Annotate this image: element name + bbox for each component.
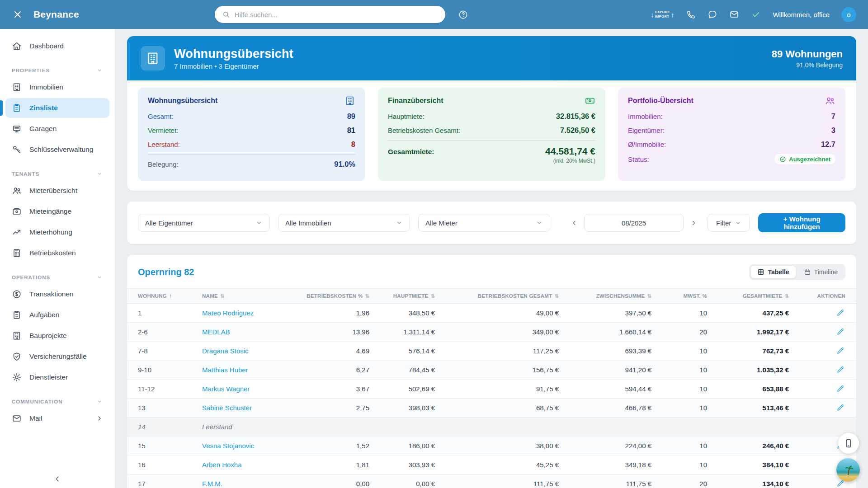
sidebar-item-label: Immobilien (29, 83, 63, 91)
stat-value: 32.815,36 € (556, 112, 595, 121)
beach-widget-button[interactable] (836, 458, 860, 482)
column-header-wohnung[interactable]: WOHNUNG↑ (138, 293, 202, 299)
column-header-betriebskosten-gesamt[interactable]: BETRIEBSKOSTEN GESAMT⇅ (435, 293, 559, 299)
sidebar-item-mieterhohung[interactable]: Mieterhöhung (5, 222, 109, 242)
cell-betriebskosten-prozent: 13,96 (302, 328, 369, 336)
column-header-gesamtmiete[interactable]: GESAMTMIETE⇅ (707, 293, 789, 299)
page-subtitle: 7 Immobilien • 3 Eigentümer (174, 62, 293, 70)
status-value: Ausgezeichnet (789, 156, 830, 163)
sidebar-collapse-icon[interactable] (0, 474, 115, 483)
total-value: 44.581,74 € (545, 146, 595, 156)
tenant-filter-select[interactable]: Alle Mieter (418, 214, 550, 232)
column-header-zwischensumme[interactable]: ZWISCHENSUMME⇅ (559, 293, 651, 299)
sidebar-item-immobilien[interactable]: Immobilien (5, 77, 109, 97)
column-label: NAME (202, 293, 218, 299)
tenant-name-link[interactable]: Matthias Huber (202, 366, 248, 374)
avatar[interactable]: o (841, 7, 856, 22)
shield-check-icon (12, 352, 22, 361)
table-row: 9-10Matthias Huber6,27784,45 €156,75 €94… (127, 361, 856, 380)
mobile-app-button[interactable] (838, 433, 859, 454)
help-icon[interactable] (458, 9, 469, 20)
close-menu-icon[interactable] (12, 9, 24, 20)
edit-button[interactable] (835, 327, 845, 337)
help-search[interactable] (215, 6, 445, 23)
sidebar-item-transaktionen[interactable]: Transaktionen (5, 284, 109, 304)
column-header-betriebskosten[interactable]: BETRIEBSKOSTEN %⇅ (302, 293, 369, 299)
tenant-name-link[interactable]: Mateo Rodriguez (202, 309, 254, 317)
cell-betriebskosten-prozent: 2,75 (302, 404, 369, 412)
sidebar-section-properties[interactable]: PROPERTIES (0, 62, 115, 76)
column-label: MWST. % (683, 293, 707, 299)
total-units: 89 Wohnungen (772, 48, 843, 60)
tenant-name-link[interactable]: Dragana Stosic (202, 347, 249, 355)
search-icon (222, 10, 230, 19)
sidebar-item-dienstleister[interactable]: Dienstleister (5, 367, 109, 387)
tenant-name-link[interactable]: MEDLAB (202, 328, 230, 336)
tenant-name-link[interactable]: Arben Hoxha (202, 461, 242, 469)
property-filter-select[interactable]: Alle Immobilien (278, 214, 410, 232)
timeline-view-button[interactable]: Timeline (797, 265, 844, 279)
edit-button[interactable] (835, 384, 845, 394)
occupancy-rate: 91.0% Belegung (772, 61, 843, 69)
column-header-name[interactable]: NAME⇅ (202, 293, 302, 299)
export-import-icon[interactable]: ↓ EXPORT IMPORT ↑ (651, 10, 674, 19)
sidebar-item-mieterubersicht[interactable]: Mieterübersicht (5, 181, 109, 201)
previous-month-button[interactable] (568, 217, 580, 229)
cell-gesamtmiete: 134,10 € (707, 480, 789, 488)
add-apartment-button[interactable]: + Wohnung hinzufügen (758, 213, 845, 232)
column-label: GESAMTMIETE (743, 293, 783, 299)
sidebar-item-mieteingange[interactable]: Mieteingänge (5, 202, 109, 221)
brand-logo[interactable]: Beynance (33, 9, 79, 20)
cell-mwst: 10 (651, 385, 707, 393)
month-selector[interactable]: 08/2025 (584, 214, 684, 232)
sidebar-section-communication[interactable]: COMMUNICATION (0, 394, 115, 408)
cell-betriebskosten-gesamt: 156,75 € (435, 366, 559, 374)
sidebar-item-zinsliste[interactable]: Zinsliste (5, 98, 109, 118)
stat-label: Leerstand: (148, 141, 180, 148)
cell-mwst: 10 (651, 309, 707, 317)
edit-button[interactable] (835, 308, 845, 318)
payment-icon (12, 206, 22, 216)
month-navigation: 08/2025 (568, 214, 699, 232)
sidebar-item-label: Betriebskosten (29, 249, 76, 257)
search-input[interactable] (235, 11, 438, 19)
main-content: Wohnungsübersicht 7 Immobilien • 3 Eigen… (115, 29, 868, 488)
sidebar-item-garagen[interactable]: Garagen (5, 119, 109, 139)
sidebar-item-bauprojekte[interactable]: Bauprojekte (5, 326, 109, 346)
mail-icon[interactable] (729, 9, 739, 19)
sidebar-item-betriebskosten[interactable]: Betriebskosten (5, 243, 109, 263)
cell-name: Dragana Stosic (202, 347, 302, 355)
filter-button[interactable]: Filter (708, 214, 750, 232)
tenant-filter-value: Alle Mieter (425, 219, 458, 227)
table-grid-icon (757, 268, 764, 276)
sidebar-item-versicherungsfalle[interactable]: Versicherungsfälle (5, 347, 109, 366)
edit-button[interactable] (835, 346, 845, 356)
column-header-hauptmiete[interactable]: HAUPTMIETE⇅ (369, 293, 435, 299)
cell-mwst: 10 (651, 461, 707, 469)
owner-filter-select[interactable]: Alle Eigentümer (138, 214, 270, 232)
sidebar-item-mail[interactable]: Mail (5, 408, 109, 428)
sidebar-item-schlusselverwaltung[interactable]: Schlüsselverwaltung (5, 140, 109, 160)
table-row: 13Sabine Schuster2,75398,03 €68,75 €466,… (127, 399, 856, 418)
sidebar-item-dashboard[interactable]: Dashboard (5, 36, 109, 56)
sidebar-item-aufgaben[interactable]: Aufgaben (5, 305, 109, 325)
chat-icon[interactable] (708, 9, 717, 19)
edit-button[interactable] (835, 403, 845, 413)
tenant-name-link[interactable]: Vesna Stojanovic (202, 442, 254, 450)
sidebar-section-tenants[interactable]: TENANTS (0, 166, 115, 180)
cell-gesamtmiete: 437,25 € (707, 309, 789, 317)
cell-mwst: 10 (651, 404, 707, 412)
table-row: 2-6MEDLAB13,961.311,14 €349,00 €1.660,14… (127, 323, 856, 342)
sidebar-section-operations[interactable]: OPERATIONS (0, 269, 115, 283)
check-icon[interactable] (751, 9, 761, 19)
tenant-name-link[interactable]: Sabine Schuster (202, 404, 252, 412)
cell-mwst: 20 (651, 328, 707, 336)
table-view-button[interactable]: Tabelle (750, 265, 796, 279)
edit-button[interactable] (835, 365, 845, 375)
sidebar-item-label: Mieteingänge (29, 207, 71, 216)
stat-label: Immobilien: (628, 113, 663, 120)
tenant-name-link[interactable]: F.M.M. (202, 480, 222, 488)
phone-icon[interactable] (686, 9, 696, 19)
tenant-name-link[interactable]: Markus Wagner (202, 385, 250, 393)
next-month-button[interactable] (688, 217, 699, 229)
